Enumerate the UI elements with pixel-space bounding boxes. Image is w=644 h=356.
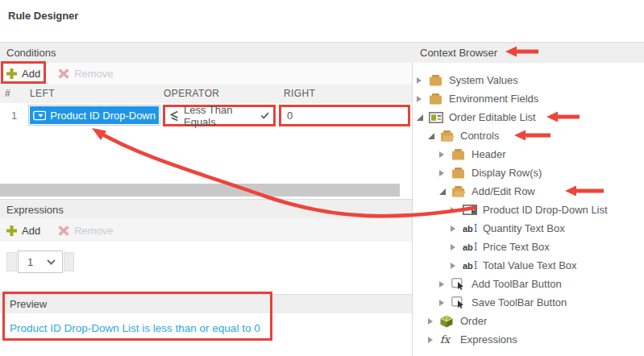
expressions-header: Expressions xyxy=(6,204,64,216)
context-browser-tree: System Values Environment Fields Order E… xyxy=(413,71,644,349)
page-title: Rule Designer xyxy=(8,10,78,22)
context-browser-header: Context Browser xyxy=(420,47,497,59)
folder-closed-icon xyxy=(429,93,445,105)
x-icon xyxy=(58,226,69,236)
chevron-right-icon[interactable] xyxy=(428,337,440,343)
chevron-right-icon[interactable] xyxy=(417,77,429,84)
less-than-equals-icon xyxy=(169,110,179,122)
expression-number-dropdown[interactable]: 1 xyxy=(18,250,63,273)
tree-item-product-id-drop-down-list[interactable]: Product ID Drop-Down List xyxy=(413,201,644,219)
chevron-right-icon[interactable] xyxy=(439,170,451,176)
tree-item-controls[interactable]: Controls xyxy=(413,126,644,145)
condition-operator-dropdown[interactable]: Less Than Equals xyxy=(163,105,276,126)
tree-item-total-value-text-box[interactable]: abI Total Value Text Box xyxy=(413,256,644,275)
section-bar: Conditions Context Browser xyxy=(0,42,644,63)
chevron-right-icon[interactable] xyxy=(451,226,463,232)
tree-item-environment-fields[interactable]: Environment Fields xyxy=(413,89,644,108)
chevron-right-icon[interactable] xyxy=(439,300,451,306)
plus-icon xyxy=(6,68,17,79)
preview-section-bar: Preview xyxy=(0,294,412,313)
tree-item-expressions[interactable]: fx Expressions xyxy=(413,330,644,349)
editable-list-icon xyxy=(429,112,445,123)
text-box-icon: abI xyxy=(463,223,479,234)
tree-item-system-values[interactable]: System Values xyxy=(413,71,644,89)
conditions-toolbar: Add Remove xyxy=(0,63,412,85)
chevron-right-icon[interactable] xyxy=(428,318,440,325)
pager-left-cell xyxy=(6,252,17,271)
column-right: RIGHT xyxy=(284,88,315,99)
plus-icon xyxy=(6,226,17,236)
pager-right-cell xyxy=(64,252,74,271)
curved-arrow-head xyxy=(92,128,106,140)
tree-item-add-edit-row[interactable]: Add/Edit Row xyxy=(413,182,644,201)
horizontal-scrollbar[interactable] xyxy=(0,184,400,197)
drop-down-control-icon xyxy=(463,205,479,215)
condition-left-field[interactable]: Product ID Drop-Down xyxy=(28,105,160,126)
chevron-right-icon[interactable] xyxy=(417,96,429,102)
left-operand-chip[interactable]: Product ID Drop-Down xyxy=(30,106,159,124)
column-num: # xyxy=(5,88,10,99)
chevron-expanded-icon[interactable] xyxy=(428,133,440,139)
tree-item-header[interactable]: Header xyxy=(413,145,644,164)
chevron-right-icon[interactable] xyxy=(439,151,451,158)
tree-item-display-rows[interactable]: Display Row(s) xyxy=(413,164,644,182)
condition-row-number: 1 xyxy=(11,110,17,122)
toolbar-button-icon xyxy=(451,296,467,308)
smartobject-cube-icon xyxy=(440,315,456,328)
text-box-icon: abI xyxy=(463,260,479,271)
conditions-add-button[interactable]: Add xyxy=(6,68,40,80)
condition-right-input[interactable]: 0 xyxy=(279,105,410,126)
tree-item-add-toolbar-button[interactable]: Add ToolBar Button xyxy=(413,275,644,293)
tree-item-order-editable-list[interactable]: Order Editable List xyxy=(413,108,644,126)
expressions-add-button[interactable]: Add xyxy=(6,225,40,237)
text-box-icon: abI xyxy=(463,242,479,253)
folder-closed-icon xyxy=(429,75,445,86)
conditions-remove-button[interactable]: Remove xyxy=(58,68,113,80)
expressions-section-bar: Expressions xyxy=(0,199,412,219)
tree-item-order[interactable]: Order xyxy=(413,312,644,330)
preview-text: Product ID Drop-Down List is less than o… xyxy=(10,322,260,334)
tree-item-price-text-box[interactable]: abI Price Text Box xyxy=(413,238,644,256)
chevron-expanded-icon[interactable] xyxy=(417,114,429,121)
check-icon xyxy=(260,111,269,120)
expression-pager: 1 xyxy=(6,250,74,273)
chevron-right-icon[interactable] xyxy=(451,244,463,250)
column-left: LEFT xyxy=(30,88,55,99)
conditions-grid-header: # LEFT OPERATOR RIGHT xyxy=(0,85,412,103)
preview-header: Preview xyxy=(10,298,47,310)
chevron-right-icon[interactable] xyxy=(439,281,451,288)
chevron-expanded-icon[interactable] xyxy=(439,188,451,195)
fx-icon: fx xyxy=(440,333,456,346)
column-operator: OPERATOR xyxy=(164,88,219,99)
expressions-remove-button[interactable]: Remove xyxy=(58,225,113,237)
folder-open-icon xyxy=(451,186,467,197)
folder-closed-icon xyxy=(451,168,467,179)
chevron-down-icon xyxy=(47,259,56,265)
drop-down-control-icon xyxy=(33,110,46,121)
folder-closed-icon xyxy=(451,149,467,160)
toolbar-button-icon xyxy=(451,278,467,290)
chevron-right-icon[interactable] xyxy=(451,263,463,269)
tree-item-save-toolbar-button[interactable]: Save ToolBar Button xyxy=(413,293,644,312)
expressions-toolbar: Add Remove xyxy=(0,219,412,242)
folder-open-icon xyxy=(440,130,456,142)
tree-item-quantity-text-box[interactable]: abI Quantity Text Box xyxy=(413,219,644,238)
conditions-header: Conditions xyxy=(6,47,56,59)
chevron-right-icon[interactable] xyxy=(451,207,463,213)
x-icon xyxy=(58,68,69,79)
